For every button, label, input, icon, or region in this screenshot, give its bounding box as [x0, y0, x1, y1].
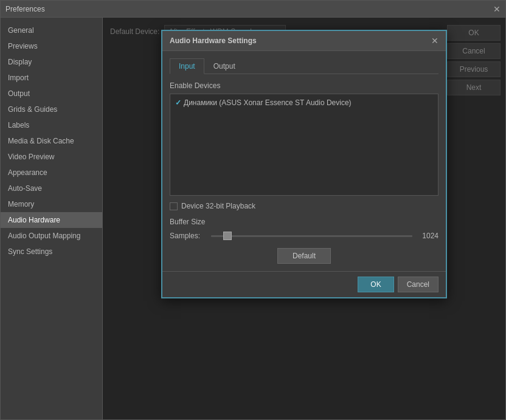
- sidebar-item-general[interactable]: General: [1, 22, 102, 38]
- sidebar-item-memory[interactable]: Memory: [1, 196, 102, 212]
- modal-backdrop: Audio Hardware Settings ✕ Input Output: [103, 18, 505, 419]
- preferences-window: Preferences ✕ GeneralPreviewsDisplayImpo…: [0, 0, 506, 420]
- sidebar-item-audio-output-mapping[interactable]: Audio Output Mapping: [1, 228, 102, 244]
- samples-slider-thumb[interactable]: [223, 232, 232, 240]
- sidebar-item-sync-settings[interactable]: Sync Settings: [1, 244, 102, 260]
- samples-label: Samples:: [170, 232, 206, 240]
- devices-list-box: ✓ Динамики (ASUS Xonar Essence ST Audio …: [170, 94, 438, 196]
- dialog-footer: OK Cancel: [162, 271, 446, 297]
- device-name: Динамики (ASUS Xonar Essence ST Audio De…: [184, 98, 352, 107]
- enable-devices-label: Enable Devices: [170, 81, 438, 90]
- dialog-cancel-button[interactable]: Cancel: [398, 277, 438, 292]
- audio-hardware-dialog: Audio Hardware Settings ✕ Input Output: [161, 30, 447, 298]
- main-content: Default Device: After Effects WDM Sound …: [103, 18, 505, 419]
- device-32bit-row: Device 32-bit Playback: [170, 202, 438, 210]
- sidebar-item-media-disk-cache[interactable]: Media & Disk Cache: [1, 133, 102, 149]
- buffer-size-label: Buffer Size: [170, 218, 438, 226]
- device-32bit-checkbox[interactable]: [170, 202, 178, 210]
- sidebar-item-import[interactable]: Import: [1, 70, 102, 86]
- title-bar: Preferences ✕: [1, 1, 505, 18]
- sidebar: GeneralPreviewsDisplayImportOutputGrids …: [1, 18, 103, 419]
- sidebar-item-output[interactable]: Output: [1, 86, 102, 102]
- device-32bit-label: Device 32-bit Playback: [181, 202, 255, 210]
- tab-input[interactable]: Input: [170, 58, 204, 74]
- sidebar-item-video-preview[interactable]: Video Preview: [1, 149, 102, 165]
- default-button[interactable]: Default: [277, 248, 331, 264]
- tab-output[interactable]: Output: [204, 58, 244, 74]
- samples-slider-container: [211, 231, 412, 241]
- dialog-tabs: Input Output: [170, 58, 438, 74]
- window-body: GeneralPreviewsDisplayImportOutputGrids …: [1, 18, 505, 419]
- sidebar-item-appearance[interactable]: Appearance: [1, 165, 102, 181]
- dialog-ok-button[interactable]: OK: [358, 277, 393, 292]
- device-item[interactable]: ✓ Динамики (ASUS Xonar Essence ST Audio …: [173, 97, 435, 109]
- buffer-size-section: Buffer Size Samples: 1024: [170, 218, 438, 241]
- sidebar-item-labels[interactable]: Labels: [1, 117, 102, 133]
- dialog-close-button[interactable]: ✕: [431, 36, 438, 46]
- device-checkmark: ✓: [175, 98, 181, 107]
- slider-track: [211, 235, 412, 237]
- window-close-button[interactable]: ✕: [493, 4, 501, 14]
- samples-value: 1024: [417, 232, 438, 240]
- dialog-body: Input Output Enable Devices ✓ Динамики (: [162, 51, 446, 271]
- samples-row: Samples: 1024: [170, 231, 438, 241]
- sidebar-item-previews[interactable]: Previews: [1, 38, 102, 54]
- sidebar-item-auto-save[interactable]: Auto-Save: [1, 181, 102, 196]
- dialog-title: Audio Hardware Settings: [170, 36, 257, 45]
- sidebar-item-display[interactable]: Display: [1, 54, 102, 70]
- sidebar-item-audio-hardware[interactable]: Audio Hardware: [1, 212, 102, 228]
- window-title: Preferences: [5, 5, 45, 13]
- sidebar-item-grids-guides[interactable]: Grids & Guides: [1, 102, 102, 117]
- dialog-title-bar: Audio Hardware Settings ✕: [162, 31, 446, 51]
